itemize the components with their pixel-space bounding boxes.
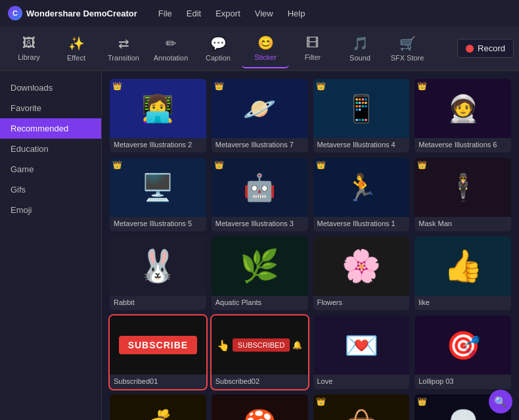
gallery-label-metaverse2: Metaverse Illustrations 2 (110, 138, 206, 152)
crown-icon-metaverse4: 👑 (316, 82, 326, 91)
sidebar-item-game[interactable]: Game (0, 159, 101, 179)
record-dot-icon (466, 45, 474, 53)
gallery-label-rabbit: Rabbit (110, 296, 206, 310)
logo-icon: C (8, 6, 22, 20)
sidebar: Downloads Favorite Recommended Education… (0, 71, 102, 420)
main-content: Downloads Favorite Recommended Education… (0, 71, 519, 420)
gallery-thumb-aquatic: 🌿 (212, 237, 308, 296)
gallery-area: 👑 👩‍💻 Metaverse Illustrations 2 👑 🪐 Meta… (102, 71, 519, 420)
toolbar-caption[interactable]: 💬 Caption (194, 29, 242, 68)
gallery-label-love: Love (313, 375, 410, 389)
toolbar-transition[interactable]: ⇄ Transition (100, 29, 147, 68)
gallery-thumb-like: 👍 (415, 237, 511, 296)
gallery-grid: 👑 👩‍💻 Metaverse Illustrations 2 👑 🪐 Meta… (110, 79, 511, 420)
toolbar-filter[interactable]: 🎞 Filter (289, 29, 336, 68)
gallery-item-metaverse4[interactable]: 👑 📱 Metaverse Illustrations 4 (313, 79, 410, 152)
crown-icon-bag: 👑 (316, 397, 326, 406)
gallery-item-subscribed01[interactable]: SUBSCRIBE Subscribed01 (110, 315, 206, 389)
gallery-item-metaverse6[interactable]: 👑 🧑‍🚀 Metaverse Illustrations 6 (415, 79, 511, 152)
gallery-thumb-flowers: 🌸 (313, 237, 410, 296)
sidebar-item-recommended[interactable]: Recommended (0, 118, 101, 139)
sfxstore-icon: 🛒 (399, 35, 416, 51)
gallery-thumb-maskman: 👑 🕴 (415, 158, 511, 217)
menu-file[interactable]: File (157, 6, 173, 21)
crown-icon-metaverse6: 👑 (417, 82, 427, 91)
toolbar-annotation[interactable]: ✏ Annotation (147, 29, 194, 68)
toolbar-sound-label: Sound (350, 54, 371, 62)
gallery-thumb-treasure: 💰 (110, 394, 206, 420)
toolbar-annotation-label: Annotation (154, 54, 189, 62)
gallery-item-lollipop03[interactable]: 🎯 Lollipop 03 (415, 315, 511, 389)
gallery-item-mushroom[interactable]: 🍄 (212, 394, 308, 420)
gallery-label-metaverse1: Metaverse Illustrations 1 (313, 217, 410, 231)
toolbar-caption-label: Caption (206, 54, 231, 62)
gallery-label-subscribed02: Subscribed02 (212, 375, 308, 389)
menu-help[interactable]: Help (286, 6, 307, 21)
app-logo: C Wondershare DemoCreator (8, 6, 137, 20)
gallery-thumb-lollipop03: 🎯 (415, 315, 511, 375)
gallery-item-metaverse5[interactable]: 👑 🖥️ Metaverse Illustrations 5 (110, 158, 206, 231)
gallery-thumb-subscribed02: 👆 SUBSCRIBED 🔔 (212, 315, 308, 375)
filter-icon: 🎞 (306, 35, 319, 51)
gallery-item-love[interactable]: 💌 Love (313, 315, 410, 389)
search-button[interactable]: 🔍 (489, 390, 512, 413)
toolbar-filter-label: Filter (305, 53, 321, 61)
gallery-item-flowers[interactable]: 🌸 Flowers (313, 237, 410, 310)
sidebar-item-favorite[interactable]: Favorite (0, 98, 101, 118)
gallery-item-metaverse2[interactable]: 👑 👩‍💻 Metaverse Illustrations 2 (110, 79, 206, 152)
toolbar-sound[interactable]: 🎵 Sound (336, 29, 384, 68)
sidebar-item-gifs[interactable]: Gifs (0, 179, 101, 200)
gallery-label-metaverse6: Metaverse Illustrations 6 (415, 138, 511, 152)
gallery-item-rabbit[interactable]: 🐰 Rabbit (110, 237, 206, 310)
gallery-item-metaverse1[interactable]: 👑 🏃 Metaverse Illustrations 1 (313, 158, 410, 231)
gallery-label-metaverse4: Metaverse Illustrations 4 (313, 138, 410, 152)
gallery-item-treasure[interactable]: 💰 (110, 394, 206, 420)
toolbar: 🖼 Library ✨ Effect ⇄ Transition ✏ Annota… (0, 26, 519, 71)
gallery-thumb-metaverse6: 👑 🧑‍🚀 (415, 79, 511, 138)
gallery-thumb-metaverse4: 👑 📱 (313, 79, 410, 138)
caption-icon: 💬 (210, 35, 227, 51)
toolbar-effect-label: Effect (67, 54, 85, 62)
gallery-item-subscribed02[interactable]: 👆 SUBSCRIBED 🔔 Subscribed02 (212, 315, 308, 389)
toolbar-transition-label: Transition (108, 54, 139, 62)
gallery-thumb-metaverse1: 👑 🏃 (313, 158, 410, 217)
record-label: Record (478, 43, 505, 53)
gallery-item-maskman[interactable]: 👑 🕴 Mask Man (415, 158, 511, 231)
sidebar-item-downloads[interactable]: Downloads (0, 78, 101, 98)
menu-export[interactable]: Export (214, 6, 242, 21)
gallery-thumb-rabbit: 🐰 (110, 237, 206, 296)
gallery-label-metaverse5: Metaverse Illustrations 5 (110, 217, 206, 231)
record-button[interactable]: Record (457, 39, 514, 58)
gallery-label-metaverse3: Metaverse Illustrations 3 (212, 217, 308, 231)
sidebar-item-education[interactable]: Education (0, 139, 101, 159)
gallery-thumb-metaverse5: 👑 🖥️ (110, 158, 206, 217)
crown-icon-metaverse3: 👑 (214, 160, 224, 170)
effect-icon: ✨ (68, 35, 85, 51)
toolbar-sfxstore[interactable]: 🛒 SFX Store (384, 29, 431, 68)
gallery-item-bag[interactable]: 👑 👜 (313, 394, 410, 420)
gallery-thumb-metaverse7: 👑 🪐 (212, 79, 308, 138)
menu-edit[interactable]: Edit (185, 6, 202, 21)
gallery-label-aquatic: Aquatic Plants (212, 296, 308, 310)
title-bar: C Wondershare DemoCreator File Edit Expo… (0, 0, 519, 26)
gallery-label-subscribed01: Subscribed01 (110, 375, 206, 389)
crown-icon-metaverse2: 👑 (112, 82, 122, 91)
gallery-item-aquatic[interactable]: 🌿 Aquatic Plants (212, 237, 308, 310)
toolbar-effect[interactable]: ✨ Effect (53, 29, 100, 68)
gallery-item-metaverse7[interactable]: 👑 🪐 Metaverse Illustrations 7 (212, 79, 308, 152)
gallery-label-maskman: Mask Man (415, 217, 511, 231)
gallery-label-flowers: Flowers (313, 296, 410, 310)
menu-view[interactable]: View (254, 6, 275, 21)
toolbar-library[interactable]: 🖼 Library (5, 29, 53, 68)
gallery-thumb-bag: 👑 👜 (313, 394, 410, 420)
gallery-item-metaverse3[interactable]: 👑 🤖 Metaverse Illustrations 3 (212, 158, 308, 231)
gallery-label-metaverse7: Metaverse Illustrations 7 (212, 138, 308, 152)
subscribe-sticker: SUBSCRIBE (119, 336, 197, 354)
gallery-thumb-love: 💌 (313, 315, 410, 375)
toolbar-sticker[interactable]: 😊 Sticker (242, 29, 289, 68)
sidebar-item-emoji[interactable]: Emoji (0, 200, 101, 220)
gallery-item-like[interactable]: 👍 like (415, 237, 511, 310)
crown-icon-metaverse1: 👑 (316, 160, 326, 170)
gallery-label-like: like (415, 296, 511, 310)
gallery-label-lollipop03: Lollipop 03 (415, 375, 511, 389)
